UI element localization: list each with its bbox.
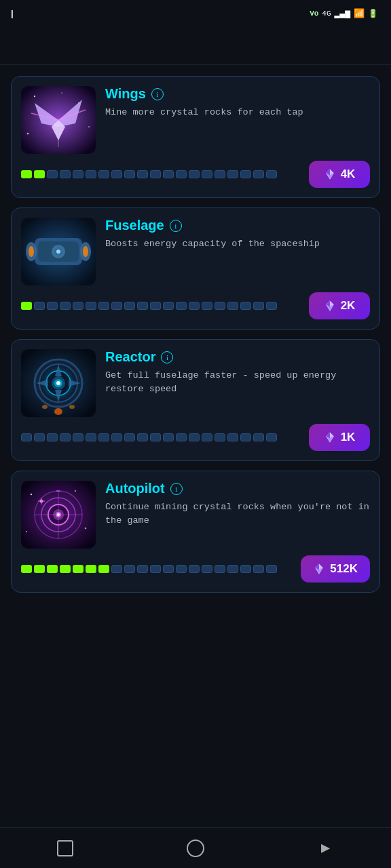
- info-icon-reactor[interactable]: i: [161, 351, 173, 363]
- progress-segment-3: [60, 433, 71, 441]
- card-top-fuselage: Fuselage i Boosts energy capacity of the…: [21, 218, 370, 285]
- buy-button-fuselage[interactable]: 2K: [309, 292, 370, 319]
- card-bottom-autopilot: 512K: [21, 555, 370, 583]
- progress-segment-4: [73, 170, 83, 178]
- network-type-icon: Vo: [310, 9, 318, 18]
- progress-segment-15: [215, 565, 225, 573]
- progress-segment-6: [98, 302, 109, 310]
- svg-point-18: [83, 246, 88, 257]
- progress-segment-4: [73, 302, 83, 310]
- card-title-autopilot: Autopilot: [105, 481, 165, 496]
- progress-segment-12: [176, 170, 187, 178]
- card-title-reactor: Reactor: [105, 349, 155, 365]
- progress-segment-8: [124, 433, 135, 441]
- progress-segment-8: [124, 565, 135, 573]
- progress-segment-15: [215, 170, 225, 178]
- progress-segment-17: [240, 302, 251, 310]
- progress-segment-17: [240, 565, 251, 573]
- nav-recents-button[interactable]: [50, 833, 80, 863]
- svg-point-5: [27, 133, 29, 135]
- card-title-row-autopilot: Autopilot i: [105, 481, 370, 496]
- progress-segment-1: [34, 565, 45, 573]
- progress-segment-9: [137, 302, 148, 310]
- progress-segment-12: [176, 302, 187, 310]
- card-title-fuselage: Fuselage: [105, 218, 164, 233]
- progress-segment-1: [34, 170, 45, 178]
- progress-segment-12: [176, 433, 187, 441]
- nav-home-button[interactable]: [181, 833, 210, 863]
- progress-bar-reactor: [21, 433, 301, 442]
- card-image-reactor: [21, 349, 96, 417]
- progress-segment-2: [47, 170, 58, 178]
- card-top-reactor: Reactor i Get full fuselage faster - spe…: [21, 349, 370, 417]
- buy-button-wings[interactable]: 4K: [309, 161, 370, 188]
- progress-segment-13: [189, 433, 200, 441]
- progress-segment-13: [189, 565, 200, 573]
- progress-segment-16: [227, 565, 238, 573]
- progress-segment-0: [21, 565, 32, 573]
- progress-segment-17: [240, 433, 251, 441]
- progress-segment-1: [34, 433, 45, 441]
- buy-price-wings: 4K: [341, 167, 356, 181]
- bottom-nav: ◀: [0, 827, 391, 868]
- progress-bar-wings: [21, 170, 301, 179]
- progress-segment-11: [163, 565, 174, 573]
- progress-segment-3: [60, 565, 71, 573]
- progress-segment-12: [176, 565, 187, 573]
- progress-bar-autopilot: [21, 564, 293, 574]
- buy-button-autopilot[interactable]: 512K: [301, 555, 370, 583]
- progress-bar-fuselage: [21, 301, 301, 311]
- progress-segment-5: [86, 170, 96, 178]
- wifi-icon: 📶: [354, 8, 365, 19]
- nav-back-button[interactable]: ◀: [311, 833, 341, 863]
- progress-segment-14: [202, 302, 212, 310]
- progress-segment-5: [86, 565, 96, 573]
- battery-icon: 🔋: [368, 9, 378, 19]
- upgrade-card-reactor: Reactor i Get full fuselage faster - spe…: [11, 339, 380, 461]
- progress-segment-9: [137, 565, 148, 573]
- progress-segment-3: [60, 170, 71, 178]
- progress-segment-14: [202, 170, 212, 178]
- upgrade-card-fuselage: Fuselage i Boosts energy capacity of the…: [11, 208, 380, 330]
- status-right-icons: Vo 4G ▂▄▆ 📶 🔋: [310, 8, 381, 19]
- progress-segment-6: [98, 433, 109, 441]
- card-desc-wings: Mine more crystal rocks for each tap: [105, 106, 370, 119]
- buy-button-reactor[interactable]: 1K: [309, 424, 370, 451]
- progress-segment-13: [189, 302, 200, 310]
- progress-segment-16: [227, 302, 238, 310]
- card-image-autopilot: [21, 481, 96, 549]
- back-nav-icon: ◀: [321, 839, 330, 857]
- progress-segment-15: [215, 433, 225, 441]
- card-title-row-reactor: Reactor i: [105, 349, 370, 365]
- svg-point-4: [88, 126, 90, 127]
- card-image-wings: [21, 86, 96, 154]
- card-desc-fuselage: Boosts energy capacity of the spaceship: [105, 237, 370, 251]
- svg-point-41: [75, 490, 76, 492]
- info-icon-autopilot[interactable]: i: [170, 483, 183, 495]
- progress-segment-8: [124, 170, 135, 178]
- card-info-fuselage: Fuselage i Boosts energy capacity of the…: [105, 218, 370, 251]
- info-icon-fuselage[interactable]: i: [170, 220, 182, 232]
- info-icon-wings[interactable]: i: [151, 88, 164, 100]
- home-icon: [187, 840, 204, 857]
- svg-point-21: [56, 250, 60, 254]
- progress-segment-14: [202, 565, 212, 573]
- progress-segment-5: [86, 302, 96, 310]
- svg-point-1: [34, 96, 35, 97]
- buy-price-reactor: 1K: [341, 431, 356, 444]
- progress-segment-8: [124, 302, 135, 310]
- card-info-autopilot: Autopilot i Continue mining crystal rock…: [105, 481, 370, 528]
- card-desc-autopilot: Continue mining crystal rocks when you'r…: [105, 500, 370, 528]
- status-bar: | Vo 4G ▂▄▆ 📶 🔋: [0, 0, 391, 27]
- signal-4g-icon: 4G: [322, 9, 331, 18]
- buy-price-fuselage: 2K: [341, 299, 356, 313]
- progress-segment-1: [34, 302, 45, 310]
- card-desc-reactor: Get full fuselage faster - speed up ener…: [105, 369, 370, 397]
- progress-segment-19: [266, 170, 277, 178]
- progress-segment-3: [60, 302, 71, 310]
- progress-segment-9: [137, 170, 148, 178]
- card-info-reactor: Reactor i Get full fuselage faster - spe…: [105, 349, 370, 397]
- card-top-wings: Wings i Mine more crystal rocks for each…: [21, 86, 370, 154]
- upgrade-card-wings: Wings i Mine more crystal rocks for each…: [11, 76, 380, 198]
- progress-segment-2: [47, 565, 58, 573]
